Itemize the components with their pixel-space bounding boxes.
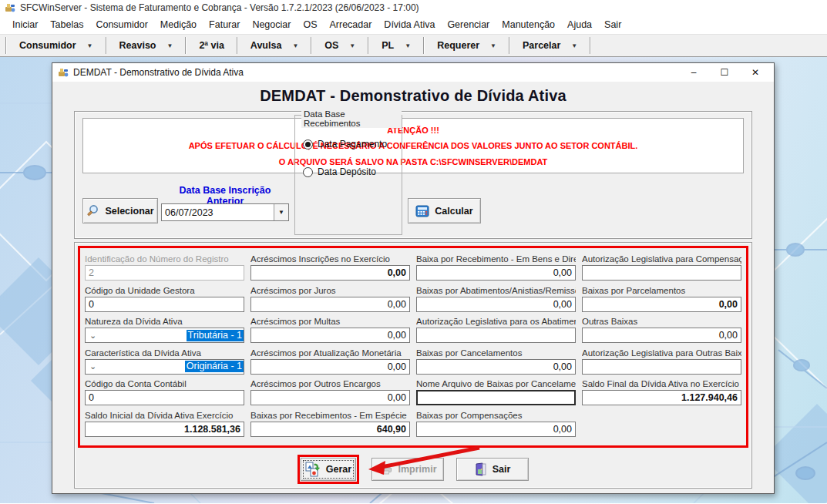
toolbar-button-parcelar[interactable]: Parcelar▼	[513, 37, 587, 54]
combo-selected-value: Tributária - 1	[187, 330, 244, 341]
toolbar-button-label: Parcelar	[523, 40, 560, 51]
menu-item-arrecadar[interactable]: Arrecadar	[323, 17, 378, 32]
radio-selected-icon[interactable]	[303, 139, 313, 150]
gerar-button[interactable]: Gerar	[301, 458, 356, 481]
menu-item-tabelas[interactable]: Tabelas	[44, 17, 89, 32]
input-identificacao-do-numero-do-registro[interactable]: 2	[85, 265, 244, 281]
chevron-down-icon: ▼	[490, 42, 496, 49]
combo-natureza-da-divida-ativa[interactable]: ⌄Tributária - 1	[85, 328, 244, 343]
radio-data-pagamento[interactable]: Data Pagamento	[303, 139, 387, 150]
input-acrescimos-por-outros-encargos[interactable]: 0,00	[250, 390, 410, 405]
recebimentos-groupbox: Data Base Recebimentos Data Pagamento Da…	[294, 115, 402, 235]
input-codigo-da-conta-contabil[interactable]: 0	[85, 390, 244, 405]
dialog-icon	[58, 67, 69, 78]
toolbar-separator	[368, 37, 369, 54]
radio-deposito-label: Data Depósito	[318, 166, 376, 177]
menu-item-consumidor[interactable]: Consumidor	[89, 17, 153, 32]
input-baixas-por-cancelamentos[interactable]: 0,00	[416, 359, 576, 375]
toolbar-button-2-via[interactable]: 2ª via	[189, 37, 234, 54]
input-outras-baixas[interactable]: 0,00	[582, 328, 741, 343]
calcular-button[interactable]: Calcular	[408, 198, 481, 223]
field-autorizacao-legislativa-para-os-abatimentos: Autorização Legislativa para os Abatimen…	[416, 317, 576, 343]
field-autorizacao-legislativa-para-outras-baixas: Autorização Legislativa para Outras Baix…	[582, 348, 741, 375]
input-codigo-da-unidade-gestora[interactable]: 0	[85, 297, 244, 312]
input-baixa-por-recebimento-em-bens-e-direitos[interactable]: 0,00	[416, 265, 576, 281]
chevron-down-icon[interactable]: ⌄	[86, 331, 103, 341]
field-acrescimos-por-atualizacao-monetaria: Acréscimos por Atualização Monetária0,00	[250, 348, 410, 375]
field-caracteristica-da-divida-ativa: Característica da Dívida Ativa⌄Originári…	[85, 348, 244, 375]
input-baixas-por-recebimentos-em-especie[interactable]: 640,90	[250, 422, 410, 437]
menu-item-faturar[interactable]: Faturar	[203, 17, 246, 32]
radio-unselected-icon[interactable]	[303, 167, 313, 177]
input-nome-arquivo-de-baixas-por-cancelamento[interactable]	[416, 390, 576, 405]
gerar-label: Gerar	[326, 464, 351, 475]
input-saldo-final-da-divida-ativa-no-exercicio[interactable]: 1.127.940,46	[582, 390, 741, 405]
toolbar-button-avulsa[interactable]: Avulsa▼	[240, 37, 308, 54]
input-acrescimos-por-atualizacao-monetaria[interactable]: 0,00	[250, 359, 410, 375]
chevron-down-icon: ▼	[349, 42, 355, 49]
input-autorizacao-legislativa-para-outras-baixas[interactable]	[582, 359, 741, 375]
imprimir-button[interactable]: Imprimir	[371, 458, 444, 481]
input-saldo-inicial-da-divida-ativa-exercicio[interactable]: 1.128.581,36	[85, 422, 244, 437]
toolbar-button-label: OS	[324, 40, 338, 51]
field-label: Natureza da Dívida Ativa	[85, 317, 244, 326]
exit-door-icon	[475, 462, 487, 476]
sair-button[interactable]: Sair	[456, 458, 529, 481]
menu-item-ajuda[interactable]: Ajuda	[561, 17, 598, 32]
input-acrescimos-por-juros[interactable]: 0,00	[250, 297, 410, 312]
menu-item-iniciar[interactable]: Iniciar	[6, 17, 44, 32]
toolbar-button-pl[interactable]: PL▼	[371, 37, 421, 54]
selecionar-button[interactable]: Selecionar	[82, 198, 158, 223]
chevron-down-icon: ▼	[405, 42, 411, 49]
input-baixas-por-abatimentos-anistias-remissoes[interactable]: 0,00	[416, 297, 576, 312]
field-autorizacao-legislativa-para-compensacoes: Autorização Legislativa para Compensaçõe…	[582, 254, 741, 281]
toolbar-button-consumidor[interactable]: Consumidor▼	[9, 37, 103, 54]
chevron-down-icon: ▼	[292, 42, 298, 49]
radio-data-deposito[interactable]: Data Depósito	[303, 166, 376, 177]
input-baixas-por-parcelamentos[interactable]: 0,00	[582, 297, 741, 312]
field-saldo-final-da-divida-ativa-no-exercicio: Saldo Final da Dívida Ativa no Exercício…	[582, 379, 741, 405]
input-acrescimos-inscricoes-no-exercicio[interactable]: 0,00	[250, 265, 410, 281]
toolbar-separator	[106, 37, 107, 54]
field-label: Nome Arquivo de Baixas por Cancelamento	[416, 379, 576, 388]
toolbar-button-requerer[interactable]: Requerer▼	[427, 37, 506, 54]
dialog-titlebar[interactable]: DEMDAT - Demonstrativo de Dívida Ativa –…	[52, 63, 774, 82]
toolbar-separator	[5, 37, 7, 54]
minimize-button[interactable]: –	[678, 64, 709, 81]
close-button[interactable]: ✕	[740, 64, 771, 81]
form-panel: Identificação do Número do Registro2Códi…	[74, 242, 752, 489]
toolbar-button-reaviso[interactable]: Reaviso▼	[109, 37, 183, 54]
menu-item-medicao[interactable]: Medição	[154, 17, 203, 32]
menu-item-divida-ativa[interactable]: Dívida Ativa	[378, 17, 441, 32]
footer-buttons: Gerar Imprimir	[75, 455, 751, 484]
field-label: Código da Unidade Gestora	[85, 286, 244, 295]
top-panel: ATENÇÃO !!! APÓS EFETUAR O CÁLCULO, É NE…	[74, 111, 752, 239]
selecionar-label: Selecionar	[105, 206, 153, 217]
chevron-down-icon[interactable]: ▼	[274, 204, 288, 220]
menu-item-gerenciar[interactable]: Gerenciar	[441, 17, 496, 32]
input-autorizacao-legislativa-para-compensacoes[interactable]	[582, 265, 741, 281]
chevron-down-icon[interactable]: ⌄	[86, 361, 103, 371]
combo-caracteristica-da-divida-ativa[interactable]: ⌄Originária - 1	[85, 359, 244, 375]
maximize-button[interactable]: ☐	[709, 64, 740, 81]
field-acrescimos-por-multas: Acréscimos por Multas0,00	[250, 317, 410, 343]
input-baixas-por-compensacoes[interactable]: 0,00	[416, 422, 576, 437]
chevron-down-icon: ▼	[571, 42, 577, 49]
menu-item-manutencao[interactable]: Manutenção	[496, 17, 561, 32]
input-autorizacao-legislativa-para-os-abatimentos[interactable]	[416, 328, 576, 343]
dialog-title: DEMDAT - Demonstrativo de Dívida Ativa	[73, 67, 674, 78]
menu-item-negociar[interactable]: Negociar	[246, 17, 297, 32]
toolbar-button-label: Consumidor	[19, 40, 76, 51]
data-base-value: 06/07/2023	[162, 207, 274, 218]
form-column-4: Autorização Legislativa para Compensaçõe…	[582, 254, 741, 445]
field-label: Acréscimos Inscrições no Exercício	[250, 254, 410, 264]
field-natureza-da-divida-ativa: Natureza da Dívida Ativa⌄Tributária - 1	[85, 317, 244, 343]
toolbar-button-os[interactable]: OS▼	[314, 37, 365, 54]
calculator-icon	[415, 205, 429, 217]
menu-item-sair[interactable]: Sair	[598, 17, 627, 32]
menu-item-os[interactable]: OS	[297, 17, 323, 32]
input-acrescimos-por-multas[interactable]: 0,00	[250, 328, 410, 343]
field-nome-arquivo-de-baixas-por-cancelamento: Nome Arquivo de Baixas por Cancelamento	[416, 379, 576, 405]
app-icon	[5, 2, 15, 13]
data-base-combo[interactable]: 06/07/2023 ▼	[161, 203, 289, 221]
